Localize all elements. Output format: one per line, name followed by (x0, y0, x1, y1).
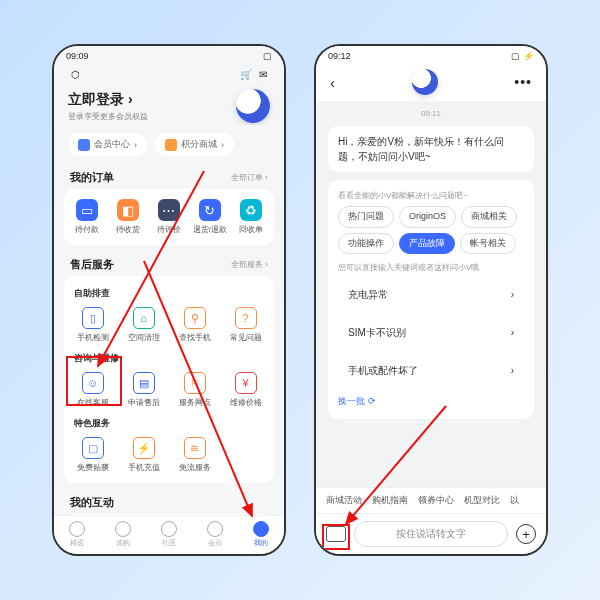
interact-title: 我的互动 (70, 495, 114, 510)
chat-header: ‹ ••• (316, 63, 546, 101)
topics-hint: 看看全能的小V都能解决什么问题吧~ (338, 190, 524, 202)
topic-chips: 热门问题 OriginOS 商城相关 功能操作 产品故障 帐号相关 (338, 206, 524, 254)
order-refund[interactable]: ↻退货/退款 (190, 197, 229, 237)
login-text: 立即登录 › 登录享受更多会员权益 (68, 91, 148, 122)
tab-shop[interactable]: 选购 (115, 521, 131, 548)
chip-function[interactable]: 功能操作 (338, 233, 394, 255)
apply-aftersale[interactable]: ▤申请售后 (119, 370, 168, 410)
chat-timestamp: 09:11 (328, 109, 534, 118)
faq[interactable]: ?常见问题 (221, 305, 270, 345)
consult-title: 咨询与维修 (68, 349, 270, 370)
heart-icon (69, 521, 85, 537)
quick-list: 充电异常› SIM卡不识别› 手机或配件坏了› (338, 278, 524, 387)
recycle-icon: ♻ (240, 199, 262, 221)
orders-more[interactable]: 全部订单 › (231, 172, 268, 183)
more-icon[interactable]: ••• (514, 74, 532, 90)
pill-points-mall[interactable]: 积分商城 › (155, 133, 234, 156)
special-title: 特色服务 (68, 414, 270, 435)
service-card: 自助排查 ▯手机检测 ⌂空间清理 ⚲查找手机 ?常见问题 咨询与维修 ☺在线客服… (64, 276, 274, 483)
self-check-grid: ▯手机检测 ⌂空间清理 ⚲查找手机 ?常见问题 (68, 305, 270, 345)
hchip-more[interactable]: 以 (510, 494, 519, 507)
tab-member[interactable]: 会员 (207, 521, 223, 548)
order-pending-pay[interactable]: ▭待付款 (68, 197, 107, 237)
greeting-bubble: Hi，亲爱的V粉，新年快乐！有什么问题，不妨问问小V吧~ (328, 126, 534, 172)
online-service[interactable]: ☺在线客服 (68, 370, 117, 410)
plus-icon[interactable]: + (516, 524, 536, 544)
back-icon[interactable]: ‹ (330, 74, 335, 91)
tab-mine[interactable]: 我的 (253, 521, 269, 548)
quick-broken[interactable]: 手机或配件坏了› (338, 354, 524, 387)
orders-grid: ▭待付款 ◧待收货 ⋯待评价 ↻退货/退款 ♻回收单 (64, 189, 274, 245)
avatar[interactable] (236, 89, 270, 123)
self-check-title: 自助排查 (68, 284, 270, 305)
chip-originos[interactable]: OriginOS (399, 206, 456, 228)
film-icon: ▢ (82, 437, 104, 459)
phone-detect[interactable]: ▯手机检测 (68, 305, 117, 345)
find-phone[interactable]: ⚲查找手机 (170, 305, 219, 345)
hchip-guide[interactable]: 购机指南 (372, 494, 408, 507)
hchip-activity[interactable]: 商城活动 (326, 494, 362, 507)
pill-member-center[interactable]: 会员中心 › (68, 133, 147, 156)
status-battery: ▢ (263, 51, 272, 61)
refresh-link[interactable]: 换一批 ⟳ (338, 393, 524, 411)
phone-right: 09:12 ▢ ⚡ ‹ ••• 09:11 Hi，亲爱的V粉，新年快乐！有什么问… (314, 44, 548, 556)
free-film[interactable]: ▢免费贴膜 (68, 435, 117, 475)
topics-bubble: 看看全能的小V都能解决什么问题吧~ 热门问题 OriginOS 商城相关 功能操… (328, 180, 534, 419)
space-clean[interactable]: ⌂空间清理 (119, 305, 168, 345)
service-more[interactable]: 全部服务 › (231, 259, 268, 270)
form-icon: ▤ (133, 372, 155, 394)
chip-product-fault[interactable]: 产品故障 (399, 233, 455, 255)
quick-sim[interactable]: SIM卡不识别› (338, 316, 524, 349)
headset-icon: ☺ (82, 372, 104, 394)
consult-grid: ☺在线客服 ▤申请售后 ⚐服务网点 ¥维修价格 (68, 370, 270, 410)
status-time: 09:09 (66, 51, 89, 61)
crown-icon (207, 521, 223, 537)
repair-price[interactable]: ¥维修价格 (221, 370, 270, 410)
orders-header: 我的订单 全部订单 › (64, 164, 274, 189)
input-row: 按住说话转文字 + (316, 513, 546, 554)
order-pending-review[interactable]: ⋯待评价 (150, 197, 189, 237)
chat-area[interactable]: 09:11 Hi，亲爱的V粉，新年快乐！有什么问题，不妨问问小V吧~ 看看全能的… (316, 101, 546, 487)
phone-left: 09:09 ▢ ⬡ 🛒 ✉ 立即登录 › 登录享受更多会员权益 会员中心 › 积… (52, 44, 286, 556)
bag-icon (115, 521, 131, 537)
tab-community[interactable]: 社区 (161, 521, 177, 548)
community-icon (161, 521, 177, 537)
status-bar: 09:09 ▢ (54, 46, 284, 63)
phone-icon: ▯ (82, 307, 104, 329)
hchip-compare[interactable]: 机型对比 (464, 494, 500, 507)
main-scroll[interactable]: 我的订单 全部订单 › ▭待付款 ◧待收货 ⋯待评价 ↻退货/退款 ♻回收单 售… (54, 164, 284, 515)
quick-pills: 会员中心 › 积分商城 › (54, 125, 284, 164)
price-icon: ¥ (235, 372, 257, 394)
status-battery: ▢ ⚡ (511, 51, 534, 61)
service-header: 售后服务 全部服务 › (64, 251, 274, 276)
package-icon: ◧ (117, 199, 139, 221)
quick-charge[interactable]: 充电异常› (338, 278, 524, 311)
free-data[interactable]: ≋免流服务 (170, 435, 219, 475)
header: ⬡ 🛒 ✉ (54, 63, 284, 87)
cart-icon[interactable]: 🛒 (239, 67, 253, 81)
order-pending-receive[interactable]: ◧待收货 (109, 197, 148, 237)
location-icon: ⚐ (184, 372, 206, 394)
question-icon: ? (235, 307, 257, 329)
chip-mall[interactable]: 商城相关 (461, 206, 517, 228)
bot-avatar[interactable] (412, 69, 438, 95)
tab-bar: 精选 选购 社区 会员 我的 (54, 515, 284, 554)
chip-hot[interactable]: 热门问题 (338, 206, 394, 228)
settings-icon[interactable]: ⬡ (68, 67, 82, 81)
interact-header: 我的互动 (64, 489, 274, 514)
tab-featured[interactable]: 精选 (69, 521, 85, 548)
message-icon[interactable]: ✉ (256, 67, 270, 81)
coin-icon (165, 139, 177, 151)
login-row[interactable]: 立即登录 › 登录享受更多会员权益 (54, 87, 284, 125)
hchip-coupon[interactable]: 领券中心 (418, 494, 454, 507)
status-bar: 09:12 ▢ ⚡ (316, 46, 546, 63)
data-icon: ≋ (184, 437, 206, 459)
chip-account[interactable]: 帐号相关 (460, 233, 516, 255)
keyboard-icon[interactable] (326, 526, 346, 542)
service-point[interactable]: ⚐服务网点 (170, 370, 219, 410)
suggestion-row[interactable]: 商城活动 购机指南 领券中心 机型对比 以 (316, 487, 546, 513)
order-recycle[interactable]: ♻回收单 (231, 197, 270, 237)
refund-icon: ↻ (199, 199, 221, 221)
phone-recharge[interactable]: ⚡手机充值 (119, 435, 168, 475)
voice-input[interactable]: 按住说话转文字 (354, 521, 508, 547)
